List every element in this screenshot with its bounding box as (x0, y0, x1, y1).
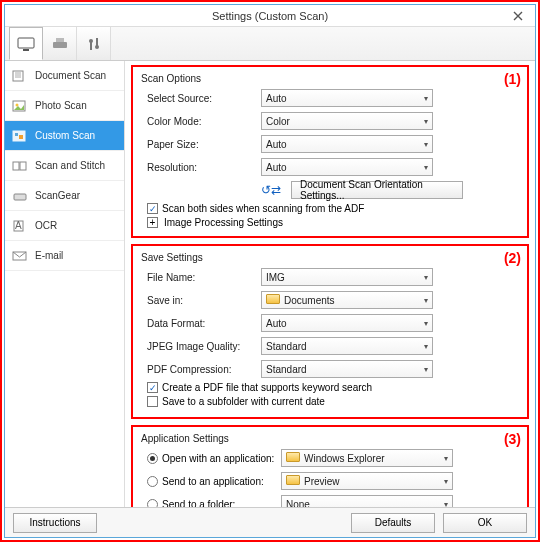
sidebar-item-label: Custom Scan (35, 130, 95, 141)
send-folder-dropdown[interactable]: None▾ (281, 495, 453, 507)
stitch-icon (11, 159, 29, 173)
application-settings-panel: (3) Application Settings Open with an ap… (131, 425, 529, 507)
send-folder-radio[interactable] (147, 499, 158, 508)
svg-rect-5 (90, 41, 92, 50)
content-area: (1) Scan Options Select Source: Auto▾ Co… (125, 61, 535, 507)
send-app-radio[interactable] (147, 476, 158, 487)
tab-scan-from-computer[interactable] (9, 27, 43, 60)
instructions-button[interactable]: Instructions (13, 513, 97, 533)
panel-marker-2: (2) (504, 250, 521, 266)
svg-rect-7 (96, 38, 98, 47)
jpeg-quality-label: JPEG Image Quality: (141, 341, 261, 352)
svg-rect-1 (23, 49, 29, 51)
file-name-label: File Name: (141, 272, 261, 283)
folder-icon (286, 452, 300, 462)
tab-general-settings[interactable] (77, 27, 111, 60)
svg-rect-18 (20, 162, 26, 170)
sidebar-item-label: Document Scan (35, 70, 106, 81)
save-in-dropdown[interactable]: Documents▾ (261, 291, 433, 309)
chevron-down-icon: ▾ (424, 273, 428, 282)
sidebar-item-scan-stitch[interactable]: Scan and Stitch (5, 151, 124, 181)
svg-rect-16 (19, 135, 23, 139)
chevron-down-icon: ▾ (444, 500, 448, 508)
paper-size-dropdown[interactable]: Auto▾ (261, 135, 433, 153)
pdf-keyword-label: Create a PDF file that supports keyword … (162, 382, 372, 393)
sidebar-item-ocr[interactable]: A OCR (5, 211, 124, 241)
pdf-compression-dropdown[interactable]: Standard▾ (261, 360, 433, 378)
save-in-label: Save in: (141, 295, 261, 306)
defaults-button[interactable]: Defaults (351, 513, 435, 533)
sidebar-item-label: Scan and Stitch (35, 160, 105, 171)
save-settings-title: Save Settings (141, 252, 519, 263)
sidebar-item-label: OCR (35, 220, 57, 231)
orientation-settings-button[interactable]: Document Scan Orientation Settings... (291, 181, 463, 199)
application-settings-title: Application Settings (141, 433, 519, 444)
file-name-input[interactable]: IMG▾ (261, 268, 433, 286)
svg-text:A: A (15, 220, 22, 231)
resolution-dropdown[interactable]: Auto▾ (261, 158, 433, 176)
sidebar-item-document-scan[interactable]: Document Scan (5, 61, 124, 91)
subfolder-label: Save to a subfolder with current date (162, 396, 325, 407)
scan-options-panel: (1) Scan Options Select Source: Auto▾ Co… (131, 65, 529, 238)
svg-rect-17 (13, 162, 19, 170)
window-title: Settings (Custom Scan) (212, 10, 328, 22)
both-sides-label: Scan both sides when scanning from the A… (162, 203, 364, 214)
svg-rect-3 (56, 38, 64, 42)
open-with-dropdown[interactable]: Windows Explorer▾ (281, 449, 453, 467)
chevron-down-icon: ▾ (424, 140, 428, 149)
subfolder-checkbox[interactable] (147, 396, 158, 407)
image-processing-label: Image Processing Settings (164, 217, 283, 228)
paper-size-label: Paper Size: (141, 139, 261, 150)
chevron-down-icon: ▾ (424, 117, 428, 126)
save-settings-panel: (2) Save Settings File Name: IMG▾ Save i… (131, 244, 529, 419)
document-icon (11, 69, 29, 83)
data-format-dropdown[interactable]: Auto▾ (261, 314, 433, 332)
open-with-radio[interactable] (147, 453, 158, 464)
svg-rect-15 (15, 133, 18, 136)
svg-rect-2 (53, 42, 67, 48)
jpeg-quality-dropdown[interactable]: Standard▾ (261, 337, 433, 355)
footer: Instructions Defaults OK (5, 507, 535, 537)
svg-rect-0 (18, 38, 34, 48)
pdf-keyword-checkbox[interactable]: ✓ (147, 382, 158, 393)
sidebar-item-photo-scan[interactable]: Photo Scan (5, 91, 124, 121)
resolution-label: Resolution: (141, 162, 261, 173)
pdf-compression-label: PDF Compression: (141, 364, 261, 375)
photo-icon (11, 99, 29, 113)
reset-icon[interactable]: ↺⇄ (261, 183, 281, 197)
chevron-down-icon: ▾ (424, 365, 428, 374)
data-format-label: Data Format: (141, 318, 261, 329)
color-mode-dropdown[interactable]: Color▾ (261, 112, 433, 130)
email-icon (11, 249, 29, 263)
svg-rect-19 (14, 194, 26, 200)
scangear-icon (11, 189, 29, 203)
scan-options-title: Scan Options (141, 73, 519, 84)
custom-icon (11, 129, 29, 143)
top-tabs (5, 27, 535, 61)
expand-image-processing[interactable]: + (147, 217, 158, 228)
panel-marker-3: (3) (504, 431, 521, 447)
close-icon[interactable] (501, 5, 535, 27)
tab-scan-from-panel[interactable] (43, 27, 77, 60)
chevron-down-icon: ▾ (424, 342, 428, 351)
chevron-down-icon: ▾ (424, 296, 428, 305)
chevron-down-icon: ▾ (444, 477, 448, 486)
both-sides-checkbox[interactable]: ✓ (147, 203, 158, 214)
send-app-dropdown[interactable]: Preview▾ (281, 472, 453, 490)
panel-marker-1: (1) (504, 71, 521, 87)
send-folder-label: Send to a folder: (162, 499, 235, 508)
sidebar-item-label: ScanGear (35, 190, 80, 201)
sidebar-item-custom-scan[interactable]: Custom Scan (5, 121, 124, 151)
folder-icon (286, 475, 300, 485)
titlebar: Settings (Custom Scan) (5, 5, 535, 27)
sidebar: Document Scan Photo Scan Custom Scan Sca… (5, 61, 125, 507)
open-with-label: Open with an application: (162, 453, 274, 464)
chevron-down-icon: ▾ (424, 94, 428, 103)
chevron-down-icon: ▾ (444, 454, 448, 463)
ok-button[interactable]: OK (443, 513, 527, 533)
sidebar-item-email[interactable]: E-mail (5, 241, 124, 271)
select-source-dropdown[interactable]: Auto▾ (261, 89, 433, 107)
ocr-icon: A (11, 219, 29, 233)
sidebar-item-scangear[interactable]: ScanGear (5, 181, 124, 211)
chevron-down-icon: ▾ (424, 319, 428, 328)
